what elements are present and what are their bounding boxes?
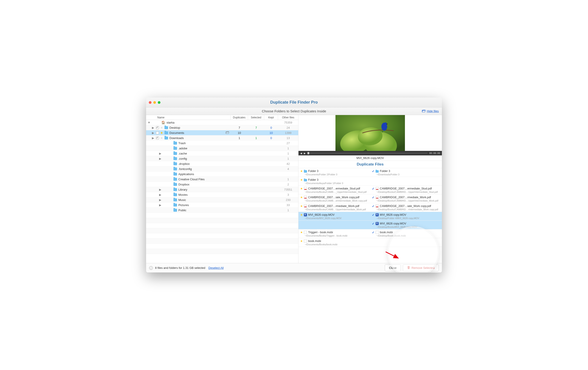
tree-row[interactable]: .dropbox42 xyxy=(146,161,298,166)
duplicate-pair[interactable]: ★book.mobi~/Documents/Books/book.mobi xyxy=(298,238,442,247)
tree-row[interactable]: ▶.config1 xyxy=(146,156,298,161)
scrubber[interactable] xyxy=(307,153,428,154)
checkbox[interactable] xyxy=(156,126,159,129)
tree-row[interactable] xyxy=(146,228,298,233)
open-folder-icon[interactable] xyxy=(226,131,229,135)
disclosure-icon[interactable]: ▼ xyxy=(147,121,151,124)
tree-row[interactable]: Applications xyxy=(146,172,298,177)
close-button[interactable]: Close xyxy=(385,264,401,271)
star-icon[interactable]: ★ xyxy=(300,205,303,208)
tree-item-label: Movies xyxy=(178,193,188,196)
tree-row[interactable]: ▶.cache1 xyxy=(146,151,298,156)
duplicate-pair[interactable]: ★Triggeri - book.mobi~/Documents/Books/T… xyxy=(298,229,442,238)
deselect-all-link[interactable]: Deselect All xyxy=(208,266,224,270)
disclosure-icon[interactable]: ▶ xyxy=(159,198,162,202)
tree-row[interactable]: Dropbox2 xyxy=(146,182,298,187)
duplicate-pair[interactable]: ★Folder 3~/Documents/Folder 2/Folder 3✓F… xyxy=(298,168,442,177)
tree-item-label: starka xyxy=(167,121,174,124)
tree-row[interactable] xyxy=(146,249,298,254)
duplicate-files-list[interactable]: ★Folder 3~/Documents/Folder 2/Folder 3✓F… xyxy=(298,168,442,263)
tree-row[interactable] xyxy=(146,218,298,223)
duplicate-entry[interactable]: ✓MVI_6626 copy.MOV~/Desktop/Books/MVI_66… xyxy=(370,221,442,229)
duplicate-entry[interactable]: ★book.mobi~/Documents/Books/book.mobi xyxy=(298,238,370,247)
duplicate-entry[interactable]: ✓Folder 3~/Downloads/Folder 3 xyxy=(370,168,442,177)
tree-row[interactable]: ▼🏠starka75359 xyxy=(146,120,298,125)
tree-row[interactable]: ▶★Documents10101399 xyxy=(146,130,298,135)
disclosure-icon[interactable]: ▶ xyxy=(151,131,155,135)
col-other[interactable]: Other files xyxy=(278,115,298,120)
col-selected[interactable]: Selected xyxy=(248,115,264,120)
check-icon[interactable]: ✓ xyxy=(372,231,374,234)
star-icon[interactable]: ★ xyxy=(160,126,163,129)
duplicate-entry[interactable]: ★MVI_6626 copy.MOV~/Documents/MVI_6626 c… xyxy=(298,212,370,220)
col-duplicates[interactable]: Duplicates xyxy=(231,115,248,120)
duplicate-path: ~/Desktop/Books/CAMBRID…UpperIntermediat… xyxy=(372,199,440,202)
folder-tree[interactable]: ▼🏠starka75359▶★Desktop77024▶★Documents10… xyxy=(146,120,298,263)
check-icon[interactable]: ✓ xyxy=(372,213,374,217)
tree-row[interactable]: Trash27 xyxy=(146,141,298,146)
check-icon[interactable]: ✓ xyxy=(372,222,374,225)
disclosure-icon[interactable]: ▶ xyxy=(151,136,155,140)
star-icon[interactable]: ★ xyxy=(300,170,303,173)
tree-row[interactable]: ▶★Desktop77024 xyxy=(146,125,298,130)
col-name[interactable]: Name xyxy=(146,115,231,120)
remove-selected-button[interactable]: Remove Selected xyxy=(403,264,439,271)
tree-row[interactable]: ▶Music230 xyxy=(146,197,298,203)
play-button[interactable]: ▶ xyxy=(304,152,306,154)
col-kept[interactable]: Kept xyxy=(264,115,278,120)
checkbox[interactable] xyxy=(156,131,159,134)
duplicate-entry[interactable]: ★CAMBRIDGE_2007…iate_Work copy.pdf~/Docu… xyxy=(298,195,370,203)
duplicate-pair[interactable]: ★CAMBRIDGE_2007…iate_Work copy.pdf~/Docu… xyxy=(298,195,442,203)
duplicate-entry[interactable]: ★Folder 3~/Documents/Folder 2/Folder 3 xyxy=(298,168,370,177)
tree-row[interactable]: ▶★Downloads11013 xyxy=(146,135,298,141)
disclosure-icon[interactable]: ▶ xyxy=(159,203,162,207)
prev-button[interactable]: ◀ xyxy=(300,152,302,154)
duplicate-entry[interactable]: ★CAMBRIDGE_2007…ermediate_Stud.pdf~/Docu… xyxy=(298,186,370,194)
star-icon[interactable]: ★ xyxy=(300,196,303,199)
duplicate-entry[interactable]: ★CAMBRIDGE_2007…rmediate_Work.pdf~/Docum… xyxy=(298,203,370,212)
disclosure-icon[interactable]: ▶ xyxy=(159,152,162,155)
duplicate-entry[interactable]: ✓CAMBRIDGE_2007…iate_Work copy.pdf~/Desk… xyxy=(370,203,442,212)
duplicate-entry[interactable]: ✓book.mobi~/Desktop/Books/book.mobi xyxy=(370,229,442,238)
star-icon[interactable]: ★ xyxy=(300,231,303,234)
tree-row[interactable]: ▶Movies3 xyxy=(146,192,298,197)
duplicate-pair[interactable]: ★CAMBRIDGE_2007…rmediate_Work.pdf~/Docum… xyxy=(298,203,442,212)
disclosure-icon[interactable]: ▶ xyxy=(151,126,155,129)
star-icon[interactable]: ★ xyxy=(300,187,303,190)
star-icon[interactable]: ★ xyxy=(160,136,163,140)
disclosure-icon[interactable]: ▶ xyxy=(159,193,162,196)
hide-files-link[interactable]: Hide files xyxy=(422,109,439,113)
tree-row[interactable]: .fontconfig4 xyxy=(146,166,298,172)
tree-row[interactable]: Public1 xyxy=(146,208,298,213)
duplicate-entry[interactable]: ★Folder 3~/Documents/Asya/Folder 1/Folde… xyxy=(298,177,370,185)
duplicate-pair[interactable]: ★MVI_6626 copy.MOV~/Documents/MVI_6626 c… xyxy=(298,212,442,221)
duplicate-entry[interactable]: ✓CAMBRIDGE_2007…rmediate_Work.pdf~/Deskt… xyxy=(370,195,442,203)
tree-row[interactable]: .adobe1 xyxy=(146,146,298,151)
disclosure-icon[interactable]: ▶ xyxy=(159,157,162,160)
disclosure-icon[interactable]: ▶ xyxy=(159,188,162,191)
tree-row[interactable]: ▶Pictures33 xyxy=(146,203,298,208)
check-icon[interactable]: ✓ xyxy=(372,205,374,208)
duplicate-pair[interactable]: ★CAMBRIDGE_2007…ermediate_Stud.pdf~/Docu… xyxy=(298,186,442,195)
tree-row[interactable] xyxy=(146,244,298,249)
check-icon[interactable]: ✓ xyxy=(372,187,374,190)
tree-row[interactable] xyxy=(146,223,298,228)
check-icon[interactable]: ✓ xyxy=(372,170,374,173)
duplicate-entry[interactable]: ✓MVI_6626 copy.MOV~/Desktop/Folder 4/MVI… xyxy=(370,212,442,220)
duplicate-pair[interactable]: ★Folder 3~/Documents/Asya/Folder 1/Folde… xyxy=(298,177,442,186)
star-icon[interactable]: ★ xyxy=(160,131,163,135)
check-icon[interactable]: ✓ xyxy=(372,196,374,199)
duplicate-entry[interactable]: ✓CAMBRIDGE_2007…ermediate_Stud.pdf~/Desk… xyxy=(370,186,442,194)
star-icon[interactable]: ★ xyxy=(300,239,303,243)
tree-row[interactable] xyxy=(146,233,298,239)
star-icon[interactable]: ★ xyxy=(300,213,303,216)
tree-row[interactable] xyxy=(146,213,298,218)
info-icon[interactable]: i xyxy=(149,266,153,270)
tree-row[interactable]: ▶Library73551 xyxy=(146,187,298,192)
duplicate-pair[interactable]: ✓MVI_6626 copy.MOV~/Desktop/Books/MVI_66… xyxy=(298,221,442,229)
checkbox[interactable] xyxy=(156,137,159,140)
tree-row[interactable] xyxy=(146,239,298,244)
duplicate-entry[interactable]: ★Triggeri - book.mobi~/Documents/Books/T… xyxy=(298,229,370,238)
star-icon[interactable]: ★ xyxy=(300,178,303,181)
tree-row[interactable]: Creative Cloud Files1 xyxy=(146,177,298,182)
